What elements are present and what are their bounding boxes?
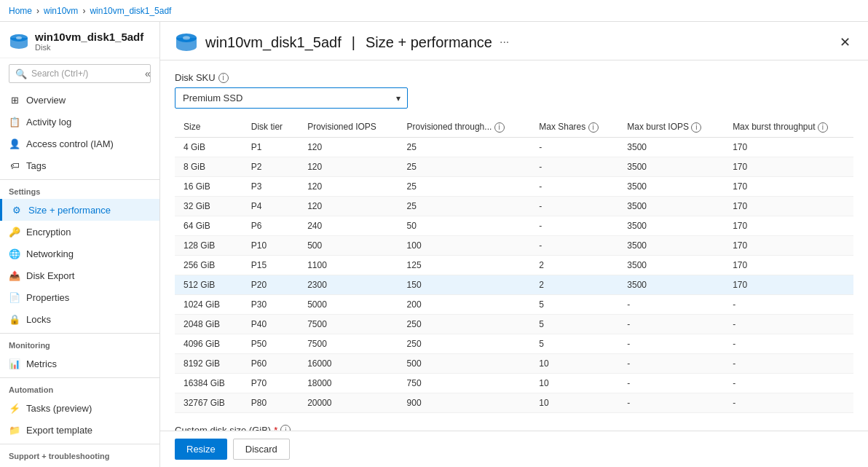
discard-button[interactable]: Discard <box>233 439 290 460</box>
table-row[interactable]: 4096 GiBP5075002505-- <box>175 334 853 353</box>
more-options-button[interactable]: ··· <box>500 36 509 49</box>
sidebar-item-export-template[interactable]: 📁 Export template <box>0 419 159 441</box>
performance-table: Size Disk tier Provisioned IOPS Provisio… <box>175 117 853 413</box>
table-cell: 7500 <box>299 314 398 334</box>
search-input[interactable] <box>31 68 141 79</box>
table-row[interactable]: 8192 GiBP601600050010-- <box>175 353 853 373</box>
sidebar-item-networking[interactable]: 🌐 Networking <box>0 243 159 264</box>
table-cell: 200 <box>398 294 531 314</box>
table-cell: 170 <box>724 216 853 235</box>
collapse-icon[interactable]: « <box>145 68 151 79</box>
table-cell: - <box>530 196 618 216</box>
table-cell: 900 <box>398 393 531 412</box>
table-cell: 120 <box>299 157 398 176</box>
table-cell: P4 <box>242 196 299 216</box>
table-cell: P10 <box>242 235 299 255</box>
col-burst-iops-info-icon[interactable]: i <box>691 122 701 133</box>
table-cell: 8192 GiB <box>175 353 242 373</box>
resize-button[interactable]: Resize <box>175 439 227 460</box>
col-max-burst-throughput: Max burst throughput i <box>724 117 853 137</box>
disk-sku-select[interactable]: Premium SSD Standard SSD Standard HDD Ul… <box>175 87 408 109</box>
custom-size-info-icon[interactable]: i <box>280 425 291 431</box>
table-row[interactable]: 32767 GiBP802000090010-- <box>175 393 853 412</box>
sidebar-label-encryption: Encryption <box>26 227 71 238</box>
sidebar-item-size-performance[interactable]: ⚙ Size + performance <box>0 199 159 221</box>
table-row[interactable]: 128 GiBP10500100-3500170 <box>175 235 853 255</box>
table-row[interactable]: 512 GiBP20230015023500170 <box>175 275 853 294</box>
table-cell: - <box>530 157 618 176</box>
table-cell: 3500 <box>618 235 724 255</box>
sidebar-label-export-template: Export template <box>26 425 92 436</box>
sidebar-label-locks: Locks <box>26 314 51 325</box>
sidebar-item-encryption[interactable]: 🔑 Encryption <box>0 221 159 243</box>
networking-icon: 🌐 <box>9 248 20 259</box>
sidebar-label-properties: Properties <box>26 292 69 303</box>
table-cell: 5 <box>530 314 618 334</box>
table-cell: 120 <box>299 196 398 216</box>
monitoring-section-label: Monitoring <box>0 333 159 353</box>
table-row[interactable]: 4 GiBP112025-3500170 <box>175 137 853 157</box>
custom-size-section: Custom disk size (GiB) * i <box>175 425 853 431</box>
table-cell: 32767 GiB <box>175 393 242 412</box>
table-row[interactable]: 256 GiBP15110012523500170 <box>175 255 853 275</box>
table-row[interactable]: 64 GiBP624050-3500170 <box>175 216 853 235</box>
table-row[interactable]: 16 GiBP312025-3500170 <box>175 176 853 196</box>
sidebar-item-tags[interactable]: 🏷 Tags <box>0 154 159 176</box>
table-cell: - <box>724 353 853 373</box>
table-cell: P50 <box>242 334 299 353</box>
breadcrumb-vm[interactable]: win10vm <box>44 6 78 16</box>
table-cell: 512 GiB <box>175 275 242 294</box>
sidebar-label-tasks: Tasks (preview) <box>26 403 92 414</box>
table-cell: 3500 <box>618 137 724 157</box>
table-row[interactable]: 2048 GiBP4075002505-- <box>175 314 853 334</box>
action-bar: Resize Discard <box>160 431 868 467</box>
table-row[interactable]: 32 GiBP412025-3500170 <box>175 196 853 216</box>
table-cell: 170 <box>724 275 853 294</box>
col-throughput-info-icon[interactable]: i <box>494 122 505 133</box>
sidebar-item-support[interactable]: ❓ New support request <box>0 463 159 467</box>
table-cell: P1 <box>242 137 299 157</box>
sidebar-item-disk-export[interactable]: 📤 Disk Export <box>0 264 159 286</box>
disk-sku-label: Disk SKU i <box>175 72 853 83</box>
table-cell: 16 GiB <box>175 176 242 196</box>
tasks-icon: ⚡ <box>9 402 20 414</box>
page-header: win10vm_disk1_5adf | Size + performance … <box>160 22 868 60</box>
table-cell: 1024 GiB <box>175 294 242 314</box>
sidebar-item-metrics[interactable]: 📊 Metrics <box>0 353 159 374</box>
sidebar-item-overview[interactable]: ⊞ Overview <box>0 89 159 111</box>
table-cell: 2 <box>530 255 618 275</box>
col-burst-throughput-info-icon[interactable]: i <box>818 122 828 133</box>
col-shares-info-icon[interactable]: i <box>588 122 599 133</box>
sidebar-item-iam[interactable]: 👤 Access control (IAM) <box>0 133 159 154</box>
table-cell: - <box>618 373 724 393</box>
table-row[interactable]: 1024 GiBP3050002005-- <box>175 294 853 314</box>
close-button[interactable]: ✕ <box>837 31 853 53</box>
table-row[interactable]: 16384 GiBP701800075010-- <box>175 373 853 393</box>
sidebar-item-activity-log[interactable]: 📋 Activity log <box>0 111 159 133</box>
sidebar-item-tasks[interactable]: ⚡ Tasks (preview) <box>0 397 159 419</box>
disk-sku-info-icon[interactable]: i <box>218 73 229 83</box>
table-cell: 10 <box>530 373 618 393</box>
table-cell: 5 <box>530 334 618 353</box>
disk-icon <box>9 31 29 52</box>
resource-type: Disk <box>35 43 143 52</box>
breadcrumb: Home › win10vm › win10vm_disk1_5adf <box>9 6 171 16</box>
table-cell: 8 GiB <box>175 157 242 176</box>
sidebar-item-properties[interactable]: 📄 Properties <box>0 286 159 308</box>
table-cell: 50 <box>398 216 531 235</box>
table-cell: 250 <box>398 314 531 334</box>
col-provisioned-iops: Provisioned IOPS <box>299 117 398 137</box>
table-cell: - <box>724 294 853 314</box>
table-cell: 3500 <box>618 176 724 196</box>
table-cell: 16000 <box>299 353 398 373</box>
table-row[interactable]: 8 GiBP212025-3500170 <box>175 157 853 176</box>
breadcrumb-disk[interactable]: win10vm_disk1_5adf <box>90 6 171 16</box>
table-cell: 5000 <box>299 294 398 314</box>
table-cell: 25 <box>398 137 531 157</box>
sidebar-item-locks[interactable]: 🔒 Locks <box>0 308 159 330</box>
export-template-icon: 📁 <box>9 424 20 436</box>
table-cell: 3500 <box>618 216 724 235</box>
breadcrumb-home[interactable]: Home <box>9 6 32 16</box>
table-cell: 2 <box>530 275 618 294</box>
table-cell: P2 <box>242 157 299 176</box>
